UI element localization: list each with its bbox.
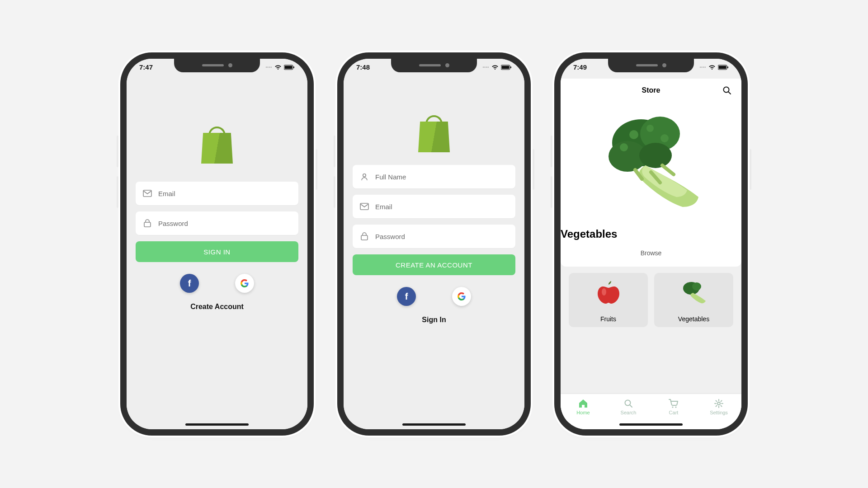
wifi-icon [708,65,716,70]
search-icon[interactable] [722,86,731,95]
svg-point-21 [646,125,654,132]
facebook-button[interactable]: f [397,287,416,306]
email-field[interactable]: Email [353,195,515,218]
notch [608,58,694,72]
create-account-button[interactable]: CREATE AN ACCOUNT [353,254,515,275]
status-icons: •••• [265,65,295,70]
facebook-icon: f [188,278,191,289]
social-row: f [344,287,524,306]
clock: 7:48 [356,63,370,71]
search-icon [624,399,633,408]
svg-point-24 [602,288,606,296]
broccoli-icon [679,280,708,305]
signin-link[interactable]: Sign In [344,316,524,324]
cart-icon [669,399,679,408]
home-indicator [402,423,466,426]
mail-icon [360,202,369,211]
lock-icon [143,219,152,228]
svg-rect-7 [510,66,511,68]
home-indicator [619,423,683,426]
screen-store: 7:49 •••• Store [561,59,741,429]
svg-point-31 [717,402,720,405]
gear-icon [714,399,723,408]
cellular-icon: •••• [699,65,706,70]
status-icons: •••• [482,65,512,70]
svg-rect-1 [285,66,292,69]
wifi-icon [274,65,282,70]
google-button[interactable] [235,274,254,293]
phone-signup: 7:48 •••• Full Name [344,59,524,429]
category-label: Fruits [600,315,616,323]
google-icon [241,279,249,287]
screen-signin: 7:47 •••• Email [127,59,307,429]
nav-label: Search [621,410,637,415]
phone-signin: 7:47 •••• Email [127,59,307,429]
browse-link[interactable]: Browse [561,249,741,257]
category-fruits[interactable]: Fruits [569,273,648,327]
home-icon [578,399,588,408]
category-vegetables[interactable]: Vegetables [654,273,733,327]
clock: 7:49 [573,63,587,71]
mail-icon [143,189,152,198]
apple-icon [594,280,623,305]
screen-signup: 7:48 •••• Full Name [344,59,524,429]
svg-line-28 [630,405,632,407]
svg-rect-13 [727,66,728,68]
svg-point-20 [629,130,638,139]
svg-rect-2 [293,66,294,68]
topbar: Store [561,79,741,102]
fullname-placeholder: Full Name [375,173,406,181]
svg-rect-6 [502,66,509,69]
page-title: Store [642,86,660,94]
google-button[interactable] [452,287,471,306]
bag-logo [418,115,450,152]
password-placeholder: Password [158,220,188,227]
svg-line-15 [728,92,731,94]
google-icon [458,292,466,300]
social-row: f [127,274,307,293]
svg-point-19 [639,143,672,168]
svg-point-29 [672,406,673,408]
password-field[interactable]: Password [136,211,298,235]
email-placeholder: Email [375,203,392,211]
bag-logo [201,127,233,164]
category-label: Vegetables [678,315,709,323]
facebook-button[interactable]: f [180,274,199,293]
facebook-icon: f [405,291,408,302]
svg-point-26 [692,282,701,291]
cellular-icon: •••• [482,65,489,70]
svg-rect-12 [719,66,726,69]
svg-point-22 [660,134,669,142]
nav-home[interactable]: Home [561,396,606,429]
password-placeholder: Password [375,233,405,240]
password-field[interactable]: Password [353,225,515,248]
svg-point-8 [363,174,366,177]
email-field[interactable]: Email [136,182,298,205]
lock-icon [360,232,369,241]
hero-image-broccoli [592,102,710,220]
fullname-field[interactable]: Full Name [353,165,515,188]
clock: 7:47 [139,63,153,71]
svg-rect-10 [361,235,368,240]
create-account-link[interactable]: Create Account [127,303,307,311]
signin-button[interactable]: SIGN IN [136,241,298,262]
status-icons: •••• [699,65,729,70]
nav-label: Home [576,410,590,415]
phone-store: 7:49 •••• Store [561,59,741,429]
category-row: Fruits Vegetables [569,273,733,327]
battery-icon [718,65,729,70]
svg-point-30 [675,406,676,408]
cellular-icon: •••• [265,65,272,70]
svg-rect-4 [144,222,151,227]
svg-point-23 [620,143,628,151]
nav-settings[interactable]: Settings [696,396,741,429]
wifi-icon [491,65,499,70]
email-placeholder: Email [158,190,175,197]
notch [391,58,477,72]
person-icon [360,172,369,181]
hero-title: Vegetables [561,228,741,240]
nav-label: Cart [669,410,679,415]
nav-label: Settings [710,410,728,415]
home-indicator [185,423,249,426]
battery-icon [284,65,295,70]
